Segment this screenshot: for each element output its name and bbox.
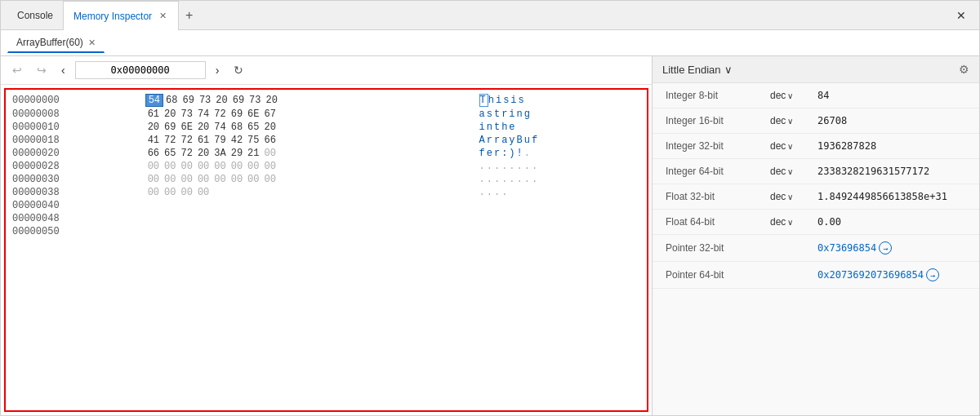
ascii-char[interactable]: . bbox=[524, 148, 532, 159]
memory-byte[interactable]: 72 bbox=[212, 108, 228, 120]
memory-byte[interactable]: 00 bbox=[262, 161, 278, 172]
memory-byte[interactable]: 20 bbox=[262, 122, 278, 133]
tab-console[interactable]: Console bbox=[7, 1, 63, 30]
inspector-format-select[interactable]: dec∨ bbox=[770, 115, 811, 126]
memory-byte[interactable]: 00 bbox=[262, 174, 278, 185]
memory-byte[interactable]: 68 bbox=[163, 95, 180, 106]
memory-byte[interactable]: 67 bbox=[262, 108, 278, 120]
ascii-char[interactable]: . bbox=[487, 174, 494, 185]
memory-byte[interactable]: 69 bbox=[180, 95, 196, 106]
memory-byte[interactable]: 65 bbox=[162, 148, 178, 159]
memory-byte[interactable]: 00 bbox=[229, 161, 245, 172]
memory-byte[interactable]: 00 bbox=[195, 174, 212, 185]
memory-byte[interactable]: 20 bbox=[162, 108, 178, 120]
memory-byte[interactable]: 20 bbox=[145, 122, 162, 133]
memory-byte[interactable]: 00 bbox=[145, 174, 162, 185]
memory-byte[interactable]: 68 bbox=[229, 122, 245, 133]
memory-byte[interactable]: 72 bbox=[178, 148, 194, 159]
ascii-char[interactable]: i bbox=[496, 95, 503, 106]
sub-tab-arraybuffer[interactable]: ArrayBuffer(60) ✕ bbox=[7, 33, 105, 53]
ascii-char[interactable]: h bbox=[488, 95, 496, 106]
memory-byte[interactable]: 69 bbox=[229, 108, 245, 120]
memory-byte[interactable]: 20 bbox=[213, 95, 229, 106]
tab-add-button[interactable]: + bbox=[179, 5, 199, 26]
ascii-char[interactable]: t bbox=[494, 108, 501, 120]
memory-byte[interactable]: 00 bbox=[195, 187, 212, 198]
ascii-char[interactable]: t bbox=[494, 122, 501, 133]
ascii-char[interactable]: . bbox=[532, 174, 539, 185]
inspector-format-select[interactable]: dec∨ bbox=[770, 216, 811, 228]
ascii-char[interactable]: . bbox=[479, 174, 487, 185]
ascii-char[interactable]: r bbox=[501, 108, 509, 120]
ascii-char[interactable]: T bbox=[479, 94, 488, 107]
inspector-format-select[interactable]: dec∨ bbox=[770, 140, 811, 152]
refresh-button[interactable]: ↻ bbox=[229, 62, 248, 78]
ascii-char[interactable]: r bbox=[494, 135, 501, 146]
memory-byte[interactable]: 00 bbox=[162, 187, 178, 198]
pointer-navigate-button[interactable]: → bbox=[879, 241, 892, 254]
ascii-char[interactable]: ) bbox=[509, 148, 516, 159]
memory-byte[interactable]: 00 bbox=[178, 161, 194, 172]
memory-byte[interactable]: 79 bbox=[212, 135, 228, 146]
memory-byte[interactable]: 72 bbox=[178, 135, 194, 146]
memory-byte[interactable]: 00 bbox=[178, 174, 194, 185]
memory-byte[interactable]: 3A bbox=[212, 148, 228, 159]
ascii-char[interactable]: . bbox=[524, 174, 532, 185]
ascii-char[interactable]: B bbox=[517, 135, 524, 146]
ascii-char[interactable]: . bbox=[501, 161, 509, 172]
memory-byte[interactable]: 66 bbox=[145, 148, 162, 159]
memory-byte[interactable]: 00 bbox=[245, 174, 261, 185]
ascii-char[interactable]: . bbox=[494, 174, 501, 185]
ascii-char[interactable]: . bbox=[524, 161, 532, 172]
memory-byte[interactable]: 00 bbox=[195, 161, 212, 172]
ascii-char[interactable]: : bbox=[501, 148, 509, 159]
ascii-char[interactable]: . bbox=[517, 161, 524, 172]
tab-memory-inspector-close[interactable]: ✕ bbox=[157, 11, 168, 22]
inspector-format-select[interactable]: dec∨ bbox=[770, 166, 811, 177]
memory-byte[interactable]: 00 bbox=[212, 174, 228, 185]
memory-byte[interactable]: 54 bbox=[145, 94, 163, 107]
memory-byte[interactable]: 61 bbox=[145, 108, 162, 120]
ascii-char[interactable]: e bbox=[487, 148, 494, 159]
memory-byte[interactable]: 00 bbox=[245, 161, 261, 172]
ascii-char[interactable]: h bbox=[501, 122, 509, 133]
memory-byte[interactable]: 00 bbox=[262, 148, 278, 159]
ascii-char[interactable]: . bbox=[532, 161, 539, 172]
inspector-format-select[interactable]: dec∨ bbox=[770, 191, 811, 202]
memory-byte[interactable]: 6E bbox=[245, 108, 261, 120]
window-close-button[interactable]: ✕ bbox=[950, 6, 973, 25]
ascii-char[interactable]: . bbox=[501, 174, 509, 185]
memory-byte[interactable]: 69 bbox=[162, 122, 178, 133]
ascii-char[interactable]: n bbox=[487, 122, 494, 133]
ascii-char[interactable]: A bbox=[479, 135, 487, 146]
memory-byte[interactable]: 72 bbox=[162, 135, 178, 146]
memory-byte[interactable]: 20 bbox=[264, 95, 280, 106]
memory-byte[interactable]: 20 bbox=[195, 122, 212, 133]
ascii-char[interactable]: s bbox=[503, 95, 510, 106]
memory-byte[interactable]: 65 bbox=[245, 122, 261, 133]
ascii-char[interactable]: . bbox=[479, 161, 487, 172]
memory-byte[interactable]: 21 bbox=[245, 148, 261, 159]
memory-byte[interactable]: 29 bbox=[229, 148, 245, 159]
ascii-char[interactable]: a bbox=[479, 108, 487, 120]
memory-byte[interactable]: 00 bbox=[212, 161, 228, 172]
ascii-char[interactable]: i bbox=[510, 95, 518, 106]
memory-byte[interactable]: 00 bbox=[162, 161, 178, 172]
ascii-char[interactable]: . bbox=[479, 187, 487, 198]
ascii-char[interactable]: . bbox=[494, 187, 501, 198]
pointer-navigate-button[interactable]: → bbox=[926, 268, 939, 281]
ascii-char[interactable]: . bbox=[517, 174, 524, 185]
memory-byte[interactable]: 73 bbox=[197, 95, 213, 106]
memory-byte[interactable]: 00 bbox=[145, 161, 162, 172]
memory-byte[interactable]: 69 bbox=[230, 95, 247, 106]
ascii-char[interactable]: a bbox=[501, 135, 509, 146]
memory-byte[interactable]: 42 bbox=[229, 135, 245, 146]
ascii-char[interactable]: ! bbox=[517, 148, 524, 159]
address-input[interactable] bbox=[75, 61, 206, 79]
inspector-format-select[interactable]: dec∨ bbox=[770, 90, 811, 101]
ascii-char[interactable]: n bbox=[517, 108, 524, 120]
inspector-settings-button[interactable]: ⚙ bbox=[959, 63, 969, 76]
memory-byte[interactable]: 75 bbox=[245, 135, 261, 146]
memory-byte[interactable]: 20 bbox=[195, 148, 212, 159]
memory-byte[interactable]: 61 bbox=[195, 135, 212, 146]
